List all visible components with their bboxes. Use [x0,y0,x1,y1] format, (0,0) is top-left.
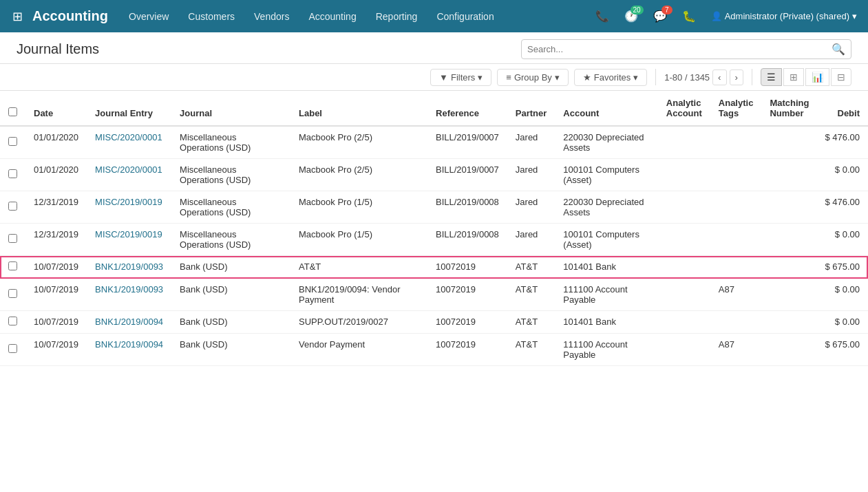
table-row[interactable]: 10/07/2019 BNK1/2019/0093 Bank (USD) BNK… [0,279,868,311]
header-journal-entry[interactable]: Journal Entry [87,91,171,126]
cell-partner: AT&T [507,334,555,366]
cell-reference: 10072019 [427,311,507,334]
row-checkbox[interactable] [8,317,17,325]
cell-journal: Bank (USD) [171,334,290,366]
nav-vendors[interactable]: Vendors [244,0,299,32]
header-journal[interactable]: Journal [171,91,290,126]
cell-matching-number [761,126,816,159]
cell-journal-entry: MISC/2019/0019 [87,224,171,256]
kanban-view-button[interactable]: ⊞ [783,68,804,86]
cell-account: 111100 Account Payable [555,279,657,311]
nav-overview[interactable]: Overview [119,0,178,32]
user-label: Administrator (Private) (shared) [725,11,849,21]
cell-journal: Miscellaneous Operations (USD) [171,191,290,224]
user-menu[interactable]: 👤 Administrator (Private) (shared) ▾ [706,11,862,21]
row-checkbox[interactable] [8,344,17,353]
header-analytic-tags[interactable]: AnalyticTags [710,91,762,126]
cell-journal-entry: MISC/2019/0019 [87,191,171,224]
user-icon: 👤 [711,11,722,21]
favorites-button[interactable]: ★ Favorites ▾ [574,69,647,86]
groupby-button[interactable]: ≡ Group By ▾ [497,69,569,86]
filters-chevron: ▾ [478,72,483,83]
groupby-chevron: ▾ [555,72,560,83]
table-row[interactable]: 12/31/2019 MISC/2019/0019 Miscellaneous … [0,191,868,224]
cell-matching-number [761,311,816,334]
next-page-button[interactable]: › [730,69,743,85]
table-row[interactable]: 01/01/2020 MISC/2020/0001 Miscellaneous … [0,159,868,191]
prev-page-button[interactable]: ‹ [712,69,726,85]
cell-matching-number [761,334,816,366]
select-all-checkbox[interactable] [8,107,17,116]
cell-account: 111100 Account Payable [555,334,657,366]
header-partner[interactable]: Partner [507,91,555,126]
cell-date: 10/07/2019 [25,256,87,279]
header-debit[interactable]: Debit [816,91,868,126]
nav-customers[interactable]: Customers [178,0,244,32]
cell-analytic-account [658,159,710,191]
star-icon: ★ [583,72,591,83]
cell-debit: $ 675.00 [816,334,868,366]
grid-icon[interactable]: ⊞ [6,9,30,24]
cell-label: BNK1/2019/0094: Vendor Payment [290,279,427,311]
pivot-view-button[interactable]: ⊟ [831,68,851,86]
row-checkbox-cell [0,126,25,159]
header-date[interactable]: Date [25,91,87,126]
cell-partner: Jared [507,191,555,224]
row-checkbox[interactable] [8,137,17,146]
cell-analytic-tags [710,256,762,279]
header-label[interactable]: Label [290,91,427,126]
cell-debit: $ 476.00 [816,126,868,159]
table-row[interactable]: 10/07/2019 BNK1/2019/0094 Bank (USD) Ven… [0,334,868,366]
filter-icon: ▼ [439,72,448,83]
cell-analytic-account [658,334,710,366]
groupby-icon: ≡ [506,72,511,83]
cell-partner: Jared [507,126,555,159]
chat-icon-btn[interactable]: 💬 7 [648,7,673,25]
search-icon[interactable]: 🔍 [832,43,845,56]
activity-icon-btn[interactable]: 🕐 20 [619,7,644,25]
chart-view-button[interactable]: 📊 [805,68,829,86]
nav-reporting[interactable]: Reporting [366,0,427,32]
separator [655,69,656,85]
nav-accounting[interactable]: Accounting [299,0,366,32]
header-account[interactable]: Account [555,91,657,126]
cell-date: 12/31/2019 [25,224,87,256]
filters-button[interactable]: ▼ Filters ▾ [430,69,491,86]
journal-items-table: Date Journal Entry Journal Label Referen… [0,91,868,366]
nav-configuration[interactable]: Configuration [427,0,503,32]
activity-badge: 20 [631,6,644,14]
cell-journal: Bank (USD) [171,279,290,311]
table-row[interactable]: 01/01/2020 MISC/2020/0001 Miscellaneous … [0,126,868,159]
table-row[interactable]: 10/07/2019 BNK1/2019/0093 Bank (USD) AT&… [0,256,868,279]
row-checkbox[interactable] [8,289,17,298]
table-row[interactable]: 12/31/2019 MISC/2019/0019 Miscellaneous … [0,224,868,256]
cell-date: 10/07/2019 [25,311,87,334]
cell-journal: Miscellaneous Operations (USD) [171,224,290,256]
table-row[interactable]: 10/07/2019 BNK1/2019/0094 Bank (USD) SUP… [0,311,868,334]
favorites-label: Favorites [594,72,631,83]
cell-matching-number [761,279,816,311]
header-matching-number[interactable]: MatchingNumber [761,91,816,126]
row-checkbox[interactable] [8,261,17,270]
pagination-text: 1-80 / 1345 [664,72,710,83]
cell-journal: Miscellaneous Operations (USD) [171,159,290,191]
search-input[interactable] [527,44,832,54]
cell-analytic-account [658,191,710,224]
cell-analytic-tags: A87 [710,279,762,311]
phone-icon-btn[interactable]: 📞 [590,7,615,25]
row-checkbox[interactable] [8,234,17,243]
cell-analytic-tags: A87 [710,334,762,366]
cell-label: SUPP.OUT/2019/0027 [290,311,427,334]
cell-journal-entry: BNK1/2019/0093 [87,256,171,279]
header-reference[interactable]: Reference [427,91,507,126]
list-view-button[interactable]: ☰ [761,68,782,86]
cell-reference: 10072019 [427,279,507,311]
cell-analytic-tags [710,159,762,191]
row-checkbox[interactable] [8,202,17,211]
row-checkbox-cell [0,224,25,256]
bug-icon-btn[interactable]: 🐛 [677,7,701,25]
cell-analytic-tags [710,224,762,256]
cell-reference: 10072019 [427,256,507,279]
row-checkbox[interactable] [8,169,17,178]
header-analytic-account[interactable]: AnalyticAccount [658,91,710,126]
